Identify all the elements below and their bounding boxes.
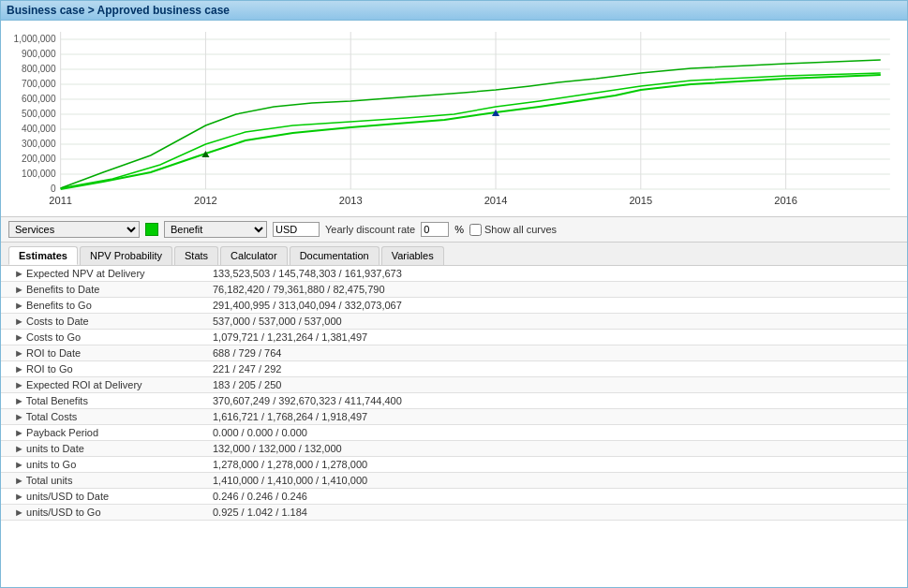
row-label: ► Expected NPV at Delivery: [1, 266, 207, 282]
table-row: ► ROI to Go 221 / 247 / 292: [1, 361, 907, 377]
table-row: ► units to Date 132,000 / 132,000 / 132,…: [1, 441, 907, 457]
row-value: 370,607,249 / 392,670,323 / 411,744,400: [207, 393, 907, 409]
row-label: ► Costs to Date: [1, 314, 207, 330]
title-bar: Business case > Approved business case: [1, 1, 907, 21]
svg-text:2014: 2014: [484, 195, 508, 206]
svg-text:300,000: 300,000: [22, 139, 56, 149]
row-value: 76,182,420 / 79,361,880 / 82,475,790: [207, 282, 907, 298]
discount-label: Yearly discount rate: [325, 224, 415, 235]
row-toggle[interactable]: ►: [14, 347, 22, 359]
row-label: ► units/USD to Go: [1, 505, 207, 521]
svg-text:0: 0: [51, 184, 56, 194]
table-container: ► Expected NPV at Delivery 133,523,503 /…: [1, 266, 907, 588]
svg-text:2013: 2013: [339, 195, 363, 206]
row-label: ► Payback Period: [1, 425, 207, 441]
show-all-curves-checkbox[interactable]: [469, 224, 482, 236]
svg-text:900,000: 900,000: [22, 49, 56, 59]
percent-label: %: [454, 224, 464, 235]
tab-variables[interactable]: Variables: [381, 246, 444, 265]
tab-calculator[interactable]: Calculator: [220, 246, 288, 265]
estimates-table: ► Expected NPV at Delivery 133,523,503 /…: [1, 266, 907, 521]
main-container: Business case > Approved business case: [0, 0, 908, 588]
row-label: ► ROI to Go: [1, 361, 207, 377]
svg-text:200,000: 200,000: [22, 154, 56, 164]
table-row: ► Expected ROI at Delivery 183 / 205 / 2…: [1, 377, 907, 393]
table-row: ► Payback Period 0.000 / 0.000 / 0.000: [1, 425, 907, 441]
row-label: ► Total units: [1, 473, 207, 489]
table-row: ► Expected NPV at Delivery 133,523,503 /…: [1, 266, 907, 282]
title-text: Business case > Approved business case: [7, 4, 230, 17]
row-label: ► Benefits to Go: [1, 298, 207, 314]
row-label: ► units to Date: [1, 441, 207, 457]
tab-estimates[interactable]: Estimates: [8, 246, 78, 265]
controls-bar: Services Benefit Yearly discount rate % …: [1, 217, 907, 243]
table-row: ► Costs to Date 537,000 / 537,000 / 537,…: [1, 314, 907, 330]
currency-input[interactable]: [273, 222, 320, 237]
table-row: ► Benefits to Go 291,400,995 / 313,040,0…: [1, 298, 907, 314]
row-label: ► Costs to Go: [1, 330, 207, 345]
table-row: ► Benefits to Date 76,182,420 / 79,361,8…: [1, 282, 907, 298]
show-all-curves-label[interactable]: Show all curves: [469, 224, 557, 236]
row-toggle[interactable]: ►: [14, 427, 22, 438]
row-value: 132,000 / 132,000 / 132,000: [207, 441, 907, 457]
row-toggle[interactable]: ►: [14, 459, 22, 470]
tabs-bar: Estimates NPV Probability Stats Calculat…: [1, 243, 907, 266]
tab-documentation[interactable]: Documentation: [290, 246, 380, 265]
row-toggle[interactable]: ►: [14, 507, 22, 518]
row-label: ► ROI to Date: [1, 345, 207, 361]
row-value: 537,000 / 537,000 / 537,000: [207, 314, 907, 330]
row-toggle[interactable]: ►: [14, 395, 22, 406]
row-value: 0.000 / 0.000 / 0.000: [207, 425, 907, 441]
row-toggle[interactable]: ►: [14, 316, 22, 327]
benefit-dropdown[interactable]: Benefit: [164, 221, 267, 238]
table-row: ► units/USD to Go 0.925 / 1.042 / 1.184: [1, 505, 907, 521]
table-row: ► Total Costs 1,616,721 / 1,768,264 / 1,…: [1, 409, 907, 425]
row-value: 1,410,000 / 1,410,000 / 1,410,000: [207, 473, 907, 489]
svg-text:1,000,000: 1,000,000: [14, 34, 56, 44]
row-toggle[interactable]: ►: [14, 284, 22, 295]
svg-text:2016: 2016: [774, 195, 797, 206]
row-toggle[interactable]: ►: [14, 268, 22, 279]
svg-text:2011: 2011: [49, 195, 72, 206]
row-value: 688 / 729 / 764: [207, 345, 907, 361]
svg-rect-0: [8, 24, 900, 193]
row-value: 221 / 247 / 292: [207, 361, 907, 377]
row-toggle[interactable]: ►: [14, 379, 22, 390]
table-row: ► ROI to Date 688 / 729 / 764: [1, 345, 907, 361]
row-toggle[interactable]: ►: [14, 491, 22, 502]
table-row: ► units to Go 1,278,000 / 1,278,000 / 1,…: [1, 457, 907, 473]
svg-text:100,000: 100,000: [22, 169, 56, 179]
row-label: ► Expected ROI at Delivery: [1, 377, 207, 393]
tab-stats[interactable]: Stats: [174, 246, 218, 265]
color-indicator: [145, 223, 158, 236]
row-label: ► Benefits to Date: [1, 282, 207, 298]
svg-text:800,000: 800,000: [22, 64, 56, 74]
discount-input[interactable]: [421, 222, 449, 237]
table-row: ► Total units 1,410,000 / 1,410,000 / 1,…: [1, 473, 907, 489]
row-toggle[interactable]: ►: [14, 411, 22, 422]
row-value: 291,400,995 / 313,040,094 / 332,073,067: [207, 298, 907, 314]
svg-text:500,000: 500,000: [22, 109, 56, 119]
row-label: ► units to Go: [1, 457, 207, 473]
row-toggle[interactable]: ►: [14, 443, 22, 454]
svg-text:700,000: 700,000: [22, 79, 56, 89]
tab-npv-probability[interactable]: NPV Probability: [80, 246, 172, 265]
svg-text:2015: 2015: [629, 195, 652, 206]
row-toggle[interactable]: ►: [14, 363, 22, 375]
row-value: 1,079,721 / 1,231,264 / 1,381,497: [207, 330, 907, 345]
row-label: ► units/USD to Date: [1, 489, 207, 505]
chart-svg: 1,000,000 900,000 800,000 700,000 600,00…: [8, 24, 900, 207]
row-value: 0.925 / 1.042 / 1.184: [207, 505, 907, 521]
svg-text:400,000: 400,000: [22, 124, 56, 134]
svg-text:600,000: 600,000: [22, 94, 56, 104]
chart-area: 1,000,000 900,000 800,000 700,000 600,00…: [1, 21, 907, 217]
row-value: 0.246 / 0.246 / 0.246: [207, 489, 907, 505]
service-dropdown[interactable]: Services: [8, 221, 140, 238]
row-toggle[interactable]: ►: [14, 475, 22, 486]
row-value: 1,278,000 / 1,278,000 / 1,278,000: [207, 457, 907, 473]
row-label: ► Total Costs: [1, 409, 207, 425]
row-toggle[interactable]: ►: [14, 331, 22, 343]
row-toggle[interactable]: ►: [14, 300, 22, 311]
row-value: 1,616,721 / 1,768,264 / 1,918,497: [207, 409, 907, 425]
table-row: ► Total Benefits 370,607,249 / 392,670,3…: [1, 393, 907, 409]
